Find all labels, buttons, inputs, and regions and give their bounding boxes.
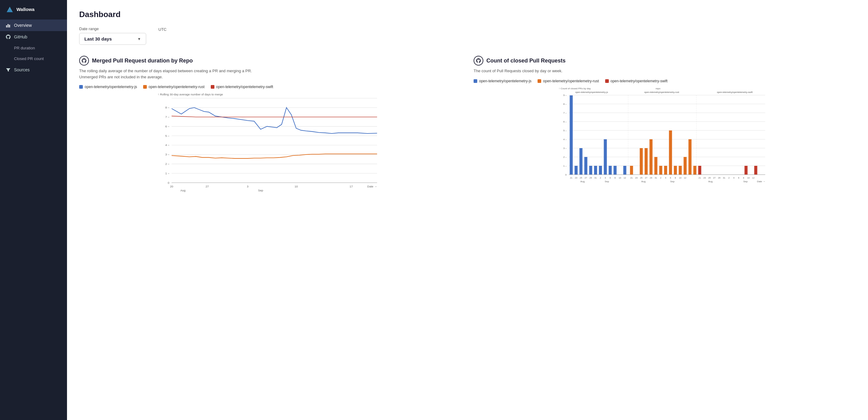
legend-item-swift: open-telemetry/opentelemetry-swift xyxy=(211,85,273,89)
svg-text:2: 2 xyxy=(600,177,601,179)
closed-pr-count-label: Closed PR count xyxy=(14,56,44,61)
svg-text:29: 29 xyxy=(650,177,652,179)
svg-text:4 –: 4 – xyxy=(563,138,567,141)
bar-js-31 xyxy=(594,166,597,175)
app-logo[interactable]: Wallowa xyxy=(0,0,67,18)
svg-text:6: 6 xyxy=(738,177,740,179)
chart2-svg: ↑ Count of closed PRs by day repo open-t… xyxy=(474,86,856,190)
legend2-dot-swift xyxy=(605,79,609,83)
svg-text:10: 10 xyxy=(679,177,682,179)
chart2-header: Count of closed Pull Requests xyxy=(474,56,856,65)
svg-text:4: 4 xyxy=(605,177,606,179)
svg-text:6 –: 6 – xyxy=(563,120,567,123)
svg-text:25: 25 xyxy=(580,177,582,179)
svg-text:6 –: 6 – xyxy=(165,125,169,128)
bar-swift-27 xyxy=(699,166,702,175)
legend2-item-js: open-telemetry/opentelemetry-js xyxy=(474,79,531,83)
svg-text:27: 27 xyxy=(206,185,209,188)
bar-rust-31 xyxy=(654,157,657,175)
svg-text:9 –: 9 – xyxy=(563,94,567,97)
svg-text:2 –: 2 – xyxy=(563,156,567,158)
svg-text:29: 29 xyxy=(590,177,592,179)
bar-chart-icon xyxy=(5,23,11,28)
controls-row: Date range Last 30 days ▼ UTC xyxy=(79,27,856,45)
sidebar-item-sources[interactable]: Sources xyxy=(0,64,67,76)
svg-text:4: 4 xyxy=(665,177,666,179)
svg-text:10: 10 xyxy=(619,177,621,179)
svg-text:27: 27 xyxy=(585,177,587,179)
chart2-container: ↑ Count of closed PRs by day repo open-t… xyxy=(474,86,856,190)
bar-js-29 xyxy=(589,166,592,175)
sidebar-item-closed-pr-count[interactable]: Closed PR count xyxy=(0,53,67,64)
legend-label-rust: open-telemetry/opentelemetry-rust xyxy=(149,85,204,89)
svg-text:1 –: 1 – xyxy=(563,164,567,167)
svg-text:12: 12 xyxy=(684,177,686,179)
bar-js-25 xyxy=(580,148,583,175)
legend2-item-swift: open-telemetry/opentelemetry-swift xyxy=(605,79,668,83)
svg-text:25: 25 xyxy=(708,177,711,179)
svg-text:27: 27 xyxy=(713,177,716,179)
legend2-label-js: open-telemetry/opentelemetry-js xyxy=(479,79,531,83)
svg-text:17: 17 xyxy=(350,185,353,188)
sidebar-item-pr-duration[interactable]: PR duration xyxy=(0,43,67,53)
svg-text:0: 0 xyxy=(168,181,169,184)
svg-text:21: 21 xyxy=(630,177,633,179)
legend-dot-rust xyxy=(143,85,147,89)
date-range-label: Date range xyxy=(79,27,146,31)
svg-text:8: 8 xyxy=(615,177,616,179)
svg-text:25: 25 xyxy=(640,177,643,179)
github-icon-circle-1 xyxy=(79,56,89,65)
svg-text:21: 21 xyxy=(699,177,701,179)
sidebar-nav: Overview GitHub PR duration Closed PR co… xyxy=(0,18,67,77)
chart1-container: ↑ Rolling 30-day average number of days … xyxy=(79,92,461,196)
chart1-header: Merged Pull Request duration by Repo xyxy=(79,56,461,65)
sidebar-item-overview[interactable]: Overview xyxy=(0,20,67,31)
bar-js-12 xyxy=(623,166,626,175)
date-range-group: Date range Last 30 days ▼ xyxy=(79,27,146,45)
bar-rust-extra2 xyxy=(693,166,696,175)
svg-text:3: 3 xyxy=(247,185,248,188)
bar-rust-4 xyxy=(664,166,667,175)
svg-text:10: 10 xyxy=(747,177,750,179)
svg-text:8: 8 xyxy=(743,177,744,179)
chart2-legend: open-telemetry/opentelemetry-js open-tel… xyxy=(474,79,856,83)
sidebar-item-github[interactable]: GitHub xyxy=(0,31,67,43)
svg-text:31: 31 xyxy=(655,177,657,179)
chevron-down-icon: ▼ xyxy=(137,37,141,41)
svg-text:Sep: Sep xyxy=(743,180,748,183)
sidebar: Wallowa Overview GitHub P xyxy=(0,0,67,420)
bar-rust-27 xyxy=(645,148,648,175)
svg-text:10: 10 xyxy=(294,185,298,188)
svg-text:5 –: 5 – xyxy=(165,134,169,138)
svg-text:Aug: Aug xyxy=(708,180,712,183)
svg-text:2 –: 2 – xyxy=(165,162,169,166)
svg-text:Sep: Sep xyxy=(670,180,675,183)
svg-rect-3 xyxy=(8,24,8,27)
svg-text:Date →: Date → xyxy=(367,185,377,188)
svg-text:12: 12 xyxy=(624,177,626,179)
svg-text:open-telemetry/opentelemetry-s: open-telemetry/opentelemetry-swift xyxy=(717,91,753,94)
legend2-dot-rust xyxy=(537,79,541,83)
chart1-legend: open-telemetry/opentelemetry-js open-tel… xyxy=(79,85,461,89)
legend2-label-rust: open-telemetry/opentelemetry-rust xyxy=(543,79,599,83)
svg-text:23: 23 xyxy=(704,177,706,179)
merged-pr-duration-section: Merged Pull Request duration by Repo The… xyxy=(79,56,461,196)
svg-text:Aug: Aug xyxy=(580,180,585,183)
svg-text:29: 29 xyxy=(718,177,721,179)
closed-pr-count-section: Count of closed Pull Requests The count … xyxy=(474,56,856,196)
chart1-description: The rolling daily average of the number … xyxy=(79,68,461,80)
svg-text:31: 31 xyxy=(723,177,725,179)
svg-text:8: 8 xyxy=(675,177,676,179)
legend-label-js: open-telemetry/opentelemetry-js xyxy=(85,85,137,89)
bar-rust-25 xyxy=(640,148,643,175)
svg-text:8 –: 8 – xyxy=(165,106,169,109)
date-range-select[interactable]: Last 30 days ▼ xyxy=(79,33,146,45)
svg-text:5 –: 5 – xyxy=(563,129,567,132)
utc-label: UTC xyxy=(158,27,166,32)
svg-text:31: 31 xyxy=(594,177,597,179)
svg-text:4 –: 4 – xyxy=(165,143,169,147)
bar-rust-8 xyxy=(674,166,677,175)
charts-grid: Merged Pull Request duration by Repo The… xyxy=(79,56,856,196)
bar-rust-10 xyxy=(679,166,682,175)
github-label: GitHub xyxy=(14,34,27,39)
